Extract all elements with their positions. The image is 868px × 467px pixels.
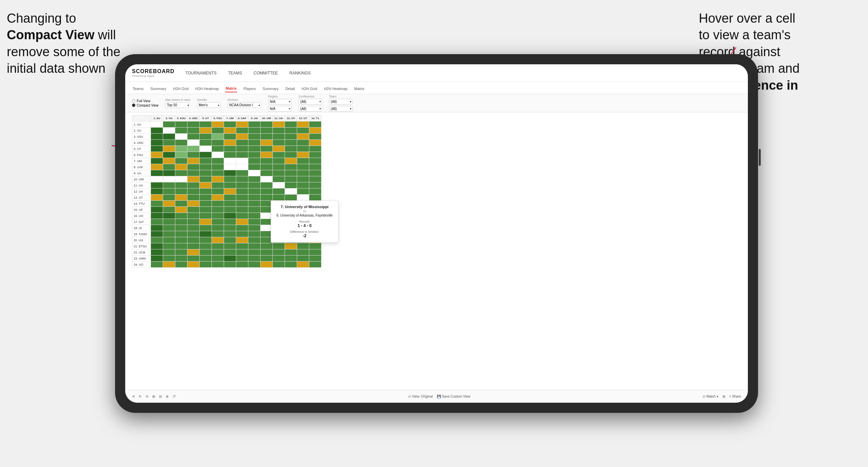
matrix-cell[interactable]: [309, 195, 321, 201]
matrix-cell[interactable]: [309, 176, 321, 182]
matrix-cell[interactable]: [163, 134, 175, 140]
matrix-cell[interactable]: [297, 152, 309, 158]
matrix-cell[interactable]: [175, 182, 187, 188]
conference-select[interactable]: (All): [298, 99, 322, 105]
matrix-cell[interactable]: [151, 152, 163, 158]
matrix-cell[interactable]: [273, 176, 285, 182]
matrix-cell[interactable]: [261, 121, 273, 128]
matrix-cell[interactable]: [273, 158, 285, 164]
matrix-cell[interactable]: [285, 140, 297, 146]
matrix-cell[interactable]: [236, 231, 248, 237]
matrix-cell[interactable]: [212, 128, 224, 134]
matrix-cell[interactable]: [261, 140, 273, 146]
zoom-out-button[interactable]: ⊟: [159, 395, 162, 398]
matrix-cell[interactable]: [200, 158, 212, 164]
matrix-cell[interactable]: [187, 164, 200, 170]
matrix-cell[interactable]: [163, 262, 175, 268]
matrix-cell[interactable]: [285, 134, 297, 140]
matrix-cell[interactable]: [248, 164, 261, 170]
matrix-cell[interactable]: [309, 188, 321, 195]
matrix-cell[interactable]: [248, 158, 261, 164]
matrix-cell[interactable]: [212, 207, 224, 213]
matrix-cell[interactable]: [236, 121, 248, 128]
matrix-cell[interactable]: [309, 249, 321, 255]
matrix-cell[interactable]: [224, 219, 236, 225]
matrix-cell[interactable]: [187, 243, 200, 249]
matrix-cell[interactable]: [236, 201, 248, 207]
matrix-cell[interactable]: [151, 182, 163, 188]
matrix-cell[interactable]: [175, 207, 187, 213]
matrix-cell[interactable]: [175, 164, 187, 170]
matrix-cell[interactable]: [273, 182, 285, 188]
matrix-cell[interactable]: [187, 146, 200, 152]
matrix-cell[interactable]: [297, 176, 309, 182]
matrix-cell[interactable]: [187, 195, 200, 201]
matrix-cell[interactable]: [212, 152, 224, 158]
matrix-cell[interactable]: [248, 152, 261, 158]
matrix-cell[interactable]: [175, 262, 187, 268]
matrix-cell[interactable]: [297, 158, 309, 164]
matrix-cell[interactable]: [273, 134, 285, 140]
matrix-cell[interactable]: [297, 134, 309, 140]
matrix-cell[interactable]: [248, 243, 261, 249]
matrix-area[interactable]: 1. AU 2. VU 3. ASU 4. UNC 5. UT 6. FSU 7…: [125, 112, 748, 390]
matrix-cell[interactable]: [261, 158, 273, 164]
sub-nav-players[interactable]: Players: [243, 85, 257, 92]
matrix-cell[interactable]: [175, 213, 187, 219]
matrix-cell[interactable]: [236, 255, 248, 262]
matrix-cell[interactable]: [273, 152, 285, 158]
matrix-cell[interactable]: [285, 158, 297, 164]
matrix-cell[interactable]: [187, 219, 200, 225]
matrix-cell[interactable]: [248, 225, 261, 231]
matrix-cell[interactable]: [261, 262, 273, 268]
view-original-button[interactable]: ⊙ View: Original: [408, 395, 433, 398]
matrix-cell[interactable]: [163, 170, 175, 176]
matrix-cell[interactable]: [163, 249, 175, 255]
matrix-cell[interactable]: [273, 170, 285, 176]
matrix-cell[interactable]: [224, 182, 236, 188]
matrix-cell[interactable]: [236, 170, 248, 176]
matrix-cell[interactable]: [175, 219, 187, 225]
matrix-cell[interactable]: [200, 207, 212, 213]
matrix-cell[interactable]: [187, 152, 200, 158]
matrix-cell[interactable]: [175, 237, 187, 243]
matrix-cell[interactable]: [200, 201, 212, 207]
gender-select[interactable]: Men's: [197, 102, 221, 108]
matrix-cell[interactable]: [273, 195, 285, 201]
matrix-cell[interactable]: [224, 146, 236, 152]
matrix-cell[interactable]: [151, 249, 163, 255]
matrix-cell[interactable]: [175, 201, 187, 207]
matrix-cell[interactable]: [297, 243, 309, 249]
matrix-cell[interactable]: [236, 146, 248, 152]
matrix-cell[interactable]: [236, 164, 248, 170]
matrix-cell[interactable]: [187, 262, 200, 268]
matrix-cell[interactable]: [236, 140, 248, 146]
matrix-cell[interactable]: [175, 255, 187, 262]
matrix-cell[interactable]: [200, 164, 212, 170]
matrix-cell[interactable]: [187, 201, 200, 207]
matrix-cell[interactable]: [212, 225, 224, 231]
refresh-button[interactable]: ⏱: [173, 395, 176, 398]
matrix-cell[interactable]: [309, 243, 321, 249]
matrix-cell[interactable]: [151, 262, 163, 268]
layout-button[interactable]: ⊞: [722, 395, 725, 398]
matrix-cell[interactable]: [248, 207, 261, 213]
matrix-cell[interactable]: [309, 182, 321, 188]
matrix-cell[interactable]: [187, 158, 200, 164]
matrix-cell[interactable]: [175, 170, 187, 176]
matrix-cell[interactable]: [163, 243, 175, 249]
matrix-cell[interactable]: [297, 195, 309, 201]
matrix-cell[interactable]: [236, 213, 248, 219]
matrix-cell[interactable]: [200, 121, 212, 128]
matrix-cell[interactable]: [175, 121, 187, 128]
matrix-cell[interactable]: [200, 182, 212, 188]
matrix-cell[interactable]: [261, 164, 273, 170]
matrix-cell[interactable]: [224, 231, 236, 237]
matrix-cell[interactable]: [163, 231, 175, 237]
matrix-cell[interactable]: [212, 262, 224, 268]
matrix-cell[interactable]: [200, 140, 212, 146]
matrix-cell[interactable]: [200, 152, 212, 158]
matrix-cell[interactable]: [187, 188, 200, 195]
matrix-cell[interactable]: [163, 158, 175, 164]
matrix-cell[interactable]: [175, 188, 187, 195]
